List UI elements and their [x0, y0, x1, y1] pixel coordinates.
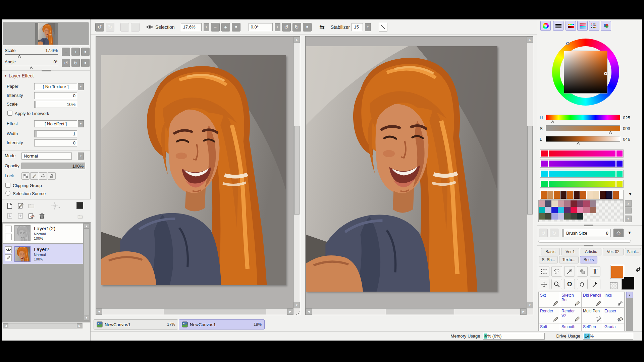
- color-swatch[interactable]: [583, 207, 590, 213]
- saturation-slider-marker[interactable]: [609, 131, 612, 134]
- line-tool-indicator[interactable]: [379, 23, 387, 32]
- color-swatch[interactable]: [571, 200, 577, 207]
- brush-set-tab-active[interactable]: Bee s: [580, 256, 597, 263]
- scroll-up-button[interactable]: ▲: [626, 292, 633, 298]
- mixer-swatch[interactable]: [549, 171, 615, 177]
- color-swatch[interactable]: [577, 213, 583, 220]
- vertical-scrollbar[interactable]: ▲ ▼: [293, 37, 300, 308]
- layer-list-scrollbar[interactable]: ▲ ▼: [84, 223, 89, 320]
- zoom-in-button[interactable]: +: [221, 23, 230, 32]
- brush-set-tab[interactable]: S. Sh...: [539, 256, 558, 263]
- brush-item[interactable]: Render V2: [560, 308, 582, 323]
- scroll-down-button[interactable]: ▼: [293, 302, 300, 308]
- mixer-swatch[interactable]: [541, 161, 548, 167]
- color-swatch[interactable]: [545, 200, 551, 207]
- layer-edit-toggle[interactable]: [5, 234, 12, 240]
- nav-zoom-in-button[interactable]: +: [71, 48, 80, 56]
- rotate-cw-button[interactable]: ↻: [292, 23, 301, 32]
- zoom-reset-button[interactable]: ■: [232, 23, 240, 32]
- horizontal-scrollbar[interactable]: ◀ ▶: [306, 308, 527, 315]
- blend-mode-dropdown[interactable]: Normal: [21, 153, 72, 160]
- scroll-up-button[interactable]: ▲: [84, 223, 89, 229]
- scroll-right-button[interactable]: ▶: [520, 308, 527, 315]
- grayscale-bar-tab[interactable]: [553, 21, 564, 31]
- vscroll-thumb[interactable]: [527, 126, 533, 215]
- rotate-tool[interactable]: Ω: [564, 279, 575, 289]
- layer-row-1[interactable]: Layer1(2) Normal 100%: [3, 223, 83, 243]
- brush-undo-button[interactable]: ↺: [539, 229, 548, 237]
- saturation-slider[interactable]: [546, 125, 620, 131]
- new-linework-layer-button[interactable]: [16, 201, 25, 210]
- color-wheel-tab[interactable]: [540, 21, 551, 31]
- brush-set-tab[interactable]: Textu...: [559, 256, 579, 263]
- lock-transparency-button[interactable]: [21, 172, 30, 180]
- brush-item[interactable]: Smooth: [560, 323, 582, 331]
- saturation-value-box[interactable]: [564, 51, 607, 94]
- color-swatch[interactable]: [577, 200, 583, 207]
- hscroll-thumb[interactable]: [164, 309, 266, 314]
- brush-set-tab[interactable]: Ver.1: [561, 248, 579, 255]
- primary-color-well[interactable]: [610, 265, 624, 279]
- palette-scroll-down-button[interactable]: ▼: [625, 216, 632, 222]
- color-swatch[interactable]: [554, 191, 560, 199]
- scroll-up-button[interactable]: ▲: [293, 37, 300, 43]
- navigator-preview[interactable]: [3, 22, 89, 45]
- new-layer-button[interactable]: [5, 201, 14, 210]
- scroll-left-button[interactable]: ◀: [3, 323, 8, 328]
- width-field[interactable]: 1: [34, 130, 77, 137]
- text-tool[interactable]: T: [590, 266, 600, 277]
- hue-slider[interactable]: [546, 115, 620, 120]
- color-swatch[interactable]: [539, 207, 545, 213]
- swap-colors-icon[interactable]: [635, 266, 642, 273]
- color-swatch[interactable]: [551, 213, 558, 220]
- brush-item[interactable]: Render: [539, 308, 560, 323]
- redo-button[interactable]: ↻: [106, 23, 114, 32]
- layer-row-2-selected[interactable]: Layer2 Normal 100%: [3, 244, 83, 264]
- layer-edit-toggle[interactable]: [5, 254, 12, 261]
- scratchpad-tab[interactable]: [601, 21, 611, 31]
- scroll-down-button[interactable]: ▼: [527, 302, 533, 308]
- texture-scale-field[interactable]: 10%: [34, 101, 77, 108]
- mode-dropdown-button[interactable]: ▼: [78, 153, 84, 160]
- color-swatch[interactable]: [590, 207, 596, 213]
- paper-dropdown-button[interactable]: ▼: [78, 83, 84, 90]
- color-swatch[interactable]: [571, 207, 577, 213]
- intensity-field[interactable]: 0: [34, 92, 77, 99]
- copy-layer-button[interactable]: [76, 212, 85, 221]
- hscroll-thumb[interactable]: [386, 309, 454, 314]
- horizontal-scrollbar[interactable]: ◀ ▶: [96, 308, 293, 315]
- nav-rotate-ccw-button[interactable]: ↺: [62, 59, 70, 67]
- panel-resize-handle[interactable]: [584, 225, 593, 226]
- nav-zoom-reset-button[interactable]: ■: [81, 48, 90, 56]
- zoom-out-button[interactable]: −: [211, 23, 220, 32]
- angle-dropdown-button[interactable]: ▼: [275, 23, 280, 31]
- nav-scale-slider[interactable]: [5, 54, 58, 55]
- color-swatch[interactable]: [590, 200, 596, 207]
- color-mixer-row[interactable]: [540, 170, 624, 178]
- lock-pixels-button[interactable]: [30, 172, 38, 180]
- canvas-artwork[interactable]: [101, 55, 286, 285]
- color-swatch[interactable]: [593, 191, 599, 199]
- magic-wand-tool[interactable]: [564, 266, 575, 277]
- color-history-strip[interactable]: [540, 190, 624, 200]
- rect-select-tool[interactable]: [539, 266, 549, 277]
- eyedropper-tool[interactable]: [590, 279, 600, 289]
- selection-clear-button[interactable]: [120, 23, 129, 32]
- brush-item[interactable]: Dbl Pencil: [582, 292, 603, 308]
- color-mixer-row[interactable]: [540, 180, 624, 188]
- mixer-swatch[interactable]: [616, 181, 623, 187]
- transfer-down-button[interactable]: [5, 212, 14, 220]
- palette-scroll-up-button[interactable]: ▲: [625, 200, 632, 207]
- mixer-swatch[interactable]: [616, 161, 623, 167]
- color-swatch[interactable]: [551, 207, 558, 213]
- scroll-up-button[interactable]: ▲: [527, 37, 533, 43]
- lasso-tool[interactable]: [551, 266, 562, 277]
- color-mixer-row[interactable]: [540, 160, 624, 168]
- canvas-view-2[interactable]: ▲ ▼ ◀ ▶: [305, 36, 533, 315]
- color-swatch[interactable]: [580, 191, 586, 199]
- zoom-value-field[interactable]: 17.6%: [181, 23, 202, 31]
- effect-dropdown-button[interactable]: ▼: [78, 120, 84, 127]
- color-swatch[interactable]: [551, 200, 558, 207]
- color-swatch[interactable]: [600, 191, 606, 199]
- brush-item-selected[interactable]: Multi Pen: [582, 308, 603, 323]
